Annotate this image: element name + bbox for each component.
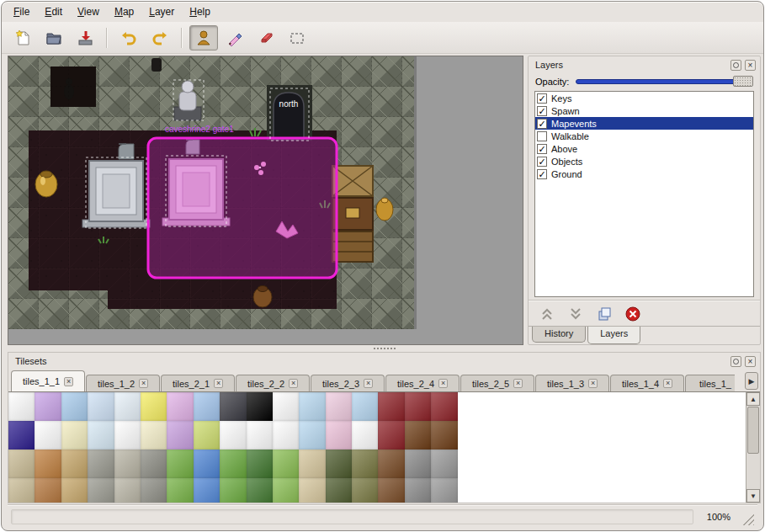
layer-visibility-checkbox[interactable]: ✓	[537, 93, 547, 104]
tab-close-icon[interactable]: ×	[289, 379, 298, 388]
scroll-up-icon[interactable]: ▲	[746, 392, 760, 406]
horizontal-splitter[interactable]	[8, 345, 761, 352]
tab-close-icon[interactable]: ×	[588, 379, 598, 388]
palette-tile[interactable]	[35, 421, 61, 450]
open-button[interactable]	[40, 25, 68, 51]
tile-palette[interactable]	[8, 392, 458, 503]
palette-tile[interactable]	[273, 450, 299, 478]
tileset-tab-tiles_2_2[interactable]: tiles_2_2×	[236, 375, 310, 391]
layer-row-walkable[interactable]: Walkable	[535, 130, 753, 142]
tileset-tab-tiles_1_1[interactable]: tiles_1_1×	[11, 370, 85, 391]
layer-row-ground[interactable]: ✓Ground	[535, 168, 753, 180]
menu-item-view[interactable]: View	[71, 3, 106, 20]
palette-scrollbar[interactable]: ▲ ▼	[746, 392, 760, 503]
palette-tile[interactable]	[88, 478, 114, 503]
palette-tile[interactable]	[352, 392, 378, 421]
palette-tile[interactable]	[141, 478, 167, 503]
select-tool-button[interactable]	[283, 25, 311, 51]
layer-list[interactable]: ✓Keys✓Spawn✓Mapevents Walkable✓Above✓Obj…	[534, 91, 754, 297]
layer-visibility-checkbox[interactable]: ✓	[537, 119, 547, 129]
palette-tile[interactable]	[326, 392, 352, 421]
tab-scroll-right-button[interactable]: ▶	[745, 372, 758, 390]
tileset-tab-tiles_2_1[interactable]: tiles_2_1×	[161, 375, 235, 391]
palette-tile[interactable]	[378, 421, 404, 450]
palette-tile[interactable]	[273, 421, 299, 450]
palette-tile[interactable]	[141, 421, 167, 450]
palette-tile[interactable]	[352, 450, 378, 478]
tileset-tab-tiles_2_4[interactable]: tiles_2_4×	[385, 375, 460, 391]
palette-tile[interactable]	[247, 478, 273, 503]
tileset-tab-tiles_1_2[interactable]: tiles_1_2×	[86, 375, 160, 391]
palette-tile[interactable]	[114, 392, 141, 421]
palette-tile[interactable]	[247, 421, 273, 450]
palette-tile[interactable]	[167, 450, 193, 478]
dock-tab-layers[interactable]: Layers	[587, 327, 640, 344]
layer-visibility-checkbox[interactable]	[537, 131, 547, 141]
palette-tile[interactable]	[378, 392, 404, 421]
layer-row-mapevents[interactable]: ✓Mapevents	[535, 117, 753, 130]
palette-tile[interactable]	[167, 478, 193, 503]
palette-tile[interactable]	[141, 392, 167, 421]
palette-tile[interactable]	[405, 450, 431, 478]
north-door[interactable]	[267, 85, 312, 141]
resize-grip[interactable]	[742, 513, 754, 525]
palette-tile[interactable]	[88, 421, 114, 450]
palette-tile[interactable]	[352, 478, 378, 503]
map-canvas[interactable]: north caveshrine2 gate1	[8, 56, 523, 345]
palette-tile[interactable]	[273, 478, 299, 503]
palette-tile[interactable]	[220, 450, 246, 478]
palette-tile[interactable]	[220, 421, 246, 450]
close-panel-icon[interactable]: ×	[745, 60, 756, 71]
golden-ewer[interactable]	[376, 198, 393, 221]
scroll-thumb[interactable]	[747, 407, 759, 454]
palette-tile[interactable]	[431, 450, 457, 478]
palette-tile[interactable]	[405, 478, 431, 503]
layer-row-spawn[interactable]: ✓Spawn	[535, 104, 753, 117]
palette-tile[interactable]	[220, 392, 246, 421]
palette-tile[interactable]	[431, 478, 457, 503]
layer-row-objects[interactable]: ✓Objects	[535, 155, 753, 168]
close-panel-icon[interactable]: ×	[745, 356, 756, 367]
palette-tile[interactable]	[299, 421, 325, 450]
tab-close-icon[interactable]: ×	[663, 379, 672, 388]
palette-tile[interactable]	[88, 392, 114, 421]
palette-tile[interactable]	[61, 392, 88, 421]
tileset-tab-tiles_2_3[interactable]: tiles_2_3×	[311, 375, 385, 391]
float-panel-icon[interactable]	[730, 356, 741, 367]
tab-close-icon[interactable]: ×	[64, 377, 73, 386]
tileset-tab-tiles_1_3[interactable]: tiles_1_3×	[535, 375, 609, 391]
tab-close-icon[interactable]: ×	[438, 379, 448, 388]
layer-visibility-checkbox[interactable]: ✓	[537, 169, 547, 179]
palette-tile[interactable]	[167, 392, 193, 421]
palette-tile[interactable]	[326, 478, 352, 503]
tab-close-icon[interactable]: ×	[364, 379, 373, 388]
palette-tile[interactable]	[61, 478, 88, 503]
palette-tile[interactable]	[35, 450, 61, 478]
slider-handle[interactable]	[733, 76, 753, 87]
palette-tile[interactable]	[247, 450, 273, 478]
lower-layer-button[interactable]	[567, 306, 584, 322]
layer-visibility-checkbox[interactable]: ✓	[537, 106, 547, 116]
tileset-tab-tiles_1_[interactable]: tiles_1_×	[685, 375, 735, 391]
palette-tile[interactable]	[8, 421, 35, 450]
palette-tile[interactable]	[114, 450, 141, 478]
palette-tile[interactable]	[35, 478, 61, 503]
palette-tile[interactable]	[194, 478, 220, 503]
map-view[interactable]: north caveshrine2 gate1	[8, 56, 523, 344]
palette-tile[interactable]	[273, 392, 299, 421]
palette-tile[interactable]	[114, 421, 141, 450]
palette-tile[interactable]	[247, 392, 273, 421]
tileset-tab-tiles_2_5[interactable]: tiles_2_5×	[460, 375, 534, 391]
palette-tile[interactable]	[378, 478, 404, 503]
palette-tile[interactable]	[405, 421, 431, 450]
layer-row-above[interactable]: ✓Above	[535, 142, 753, 155]
palette-tile[interactable]	[194, 421, 220, 450]
duplicate-layer-button[interactable]	[596, 306, 613, 322]
redo-button[interactable]	[146, 25, 174, 51]
stamp-tool-button[interactable]	[189, 25, 218, 51]
tab-close-icon[interactable]: ×	[214, 379, 223, 388]
dock-tab-history[interactable]: History	[532, 327, 586, 343]
palette-tile[interactable]	[352, 421, 378, 450]
palette-tile[interactable]	[326, 421, 352, 450]
tab-close-icon[interactable]: ×	[513, 379, 523, 388]
